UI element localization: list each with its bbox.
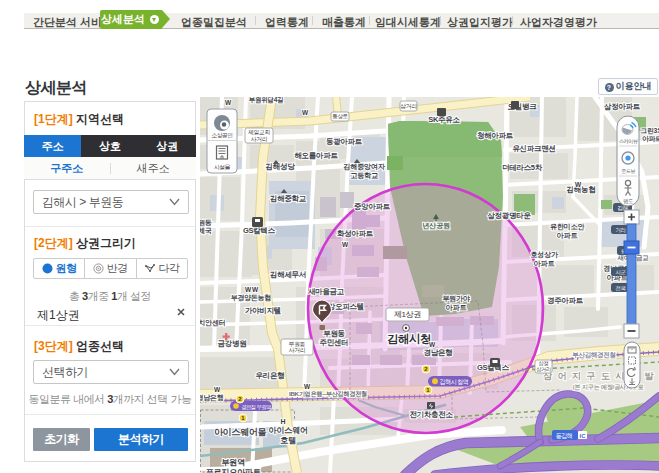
svg-text:호텔: 호텔 (280, 436, 296, 445)
svg-text:전기차충전소: 전기차충전소 (409, 410, 453, 419)
svg-text:그린3차: 그린3차 (641, 127, 659, 135)
svg-text:SK주유소: SK주유소 (428, 115, 460, 124)
svg-text:우리은행: 우리은행 (256, 371, 285, 380)
svg-text:호성상가: 호성상가 (530, 250, 559, 259)
svg-text:W: W (342, 241, 349, 248)
svg-text:강오피스텔: 강오피스텔 (328, 302, 364, 311)
svg-text:H: H (280, 418, 285, 425)
svg-text:W: W (575, 181, 582, 188)
svg-text:전국: 전국 (616, 285, 626, 291)
svg-text:W: W (302, 109, 309, 116)
svg-text:삼거리: 삼거리 (536, 366, 551, 372)
svg-text:새마을금고: 새마을금고 (307, 287, 345, 296)
svg-text:아파트: 아파트 (642, 135, 659, 143)
svg-text:아이스웨어몰: 아이스웨어몰 (214, 427, 267, 437)
svg-text:시군: 시군 (616, 269, 626, 275)
svg-text:사거리: 사거리 (251, 136, 268, 142)
svg-text:경남은행: 경남은행 (424, 348, 453, 357)
svg-text:아파트: 아파트 (534, 259, 556, 268)
svg-text:경주아파트: 경주아파트 (547, 296, 584, 305)
svg-text:삼정광명타운: 삼정광명타운 (487, 211, 531, 220)
svg-text:사거리: 사거리 (289, 347, 306, 353)
svg-text:제일교회: 제일교회 (248, 129, 270, 135)
svg-text:화성아파트: 화성아파트 (337, 229, 374, 238)
svg-text:W: W (225, 99, 232, 106)
svg-text:로드뷰: 로드뷰 (621, 168, 635, 174)
svg-text:동광아파트: 동광아파트 (326, 137, 363, 146)
svg-text:유신파크맨션: 유신파크맨션 (512, 144, 555, 153)
svg-text:김해세무서: 김해세무서 (270, 270, 306, 279)
svg-text:해오름아파트: 해오름아파트 (294, 151, 338, 160)
svg-text:부산김해경전철: 부산김해경전철 (572, 351, 615, 359)
svg-text:스카이뷰: 스카이뷰 (619, 138, 638, 144)
svg-text:아파트: 아파트 (557, 231, 579, 240)
svg-text:IC: IC (580, 433, 587, 439)
svg-text:제1상권: 제1상권 (394, 310, 422, 319)
svg-text:IBK기업은행--부산김해경전철: IBK기업은행--부산김해경전철 (289, 390, 367, 398)
svg-text:W: W (214, 386, 221, 393)
svg-text:거리: 거리 (616, 227, 626, 233)
svg-text:년산공원: 년산공원 (422, 221, 450, 230)
svg-text:원동: 원동 (200, 219, 212, 227)
svg-text:금강병원: 금강병원 (218, 339, 247, 348)
svg-text:W: W (252, 286, 259, 293)
svg-text:부원위답4길: 부원위답4길 (249, 97, 283, 104)
svg-text:김해중앙여자: 김해중앙여자 (343, 162, 385, 171)
svg-text:부경양돈농협: 부경양돈농협 (231, 294, 271, 302)
svg-text:치안센터: 치안센터 (200, 319, 225, 327)
svg-text:W: W (304, 383, 311, 390)
svg-text:부원역: 부원역 (221, 458, 245, 467)
svg-text:가야비지텔: 가야비지텔 (245, 306, 281, 315)
svg-text:아이스웨어: 아이스웨어 (268, 426, 308, 435)
svg-text:삼거리: 삼거리 (400, 103, 417, 109)
svg-text:아파트: 아파트 (446, 303, 468, 312)
svg-text:김해시청: 김해시청 (387, 333, 431, 345)
svg-text:체국: 체국 (200, 227, 212, 235)
svg-text:동김해: 동김해 (555, 432, 572, 439)
svg-text:중앙아파트: 중앙아파트 (354, 202, 391, 211)
svg-text:W: W (429, 341, 436, 348)
svg-text:김해시청역: 김해시청역 (440, 378, 469, 386)
svg-text:김해중학교: 김해중학교 (270, 194, 307, 203)
svg-text:시설물: 시설물 (214, 164, 231, 170)
svg-text:맵도: 맵도 (623, 198, 633, 204)
svg-text:부원동: 부원동 (323, 329, 345, 338)
svg-text:부원가야: 부원가야 (442, 294, 470, 303)
svg-text:더테라스5차: 더테라스5차 (502, 163, 543, 172)
svg-text:GS칼텍스: GS칼텍스 (243, 226, 276, 235)
svg-text:경전철 부원역: 경전철 부원역 (241, 404, 271, 411)
svg-text:고등학교: 고등학교 (350, 171, 379, 180)
svg-text:유한미소안: 유한미소안 (550, 222, 586, 231)
svg-text:소상공인: 소상공인 (211, 132, 233, 139)
svg-text:경남은행: 경남은행 (200, 394, 224, 402)
svg-text:푸르지오아파트: 푸르지오아파트 (205, 468, 260, 473)
svg-text:동상로: 동상로 (332, 113, 348, 120)
svg-text:주민센터: 주민센터 (320, 338, 349, 347)
svg-text:삼정아파트: 삼정아파트 (604, 102, 641, 111)
svg-text:부원동: 부원동 (289, 341, 306, 347)
svg-text:청해아파트: 청해아파트 (477, 131, 514, 140)
svg-text:김해성당: 김해성당 (266, 162, 296, 171)
svg-text:W: W (245, 286, 252, 293)
